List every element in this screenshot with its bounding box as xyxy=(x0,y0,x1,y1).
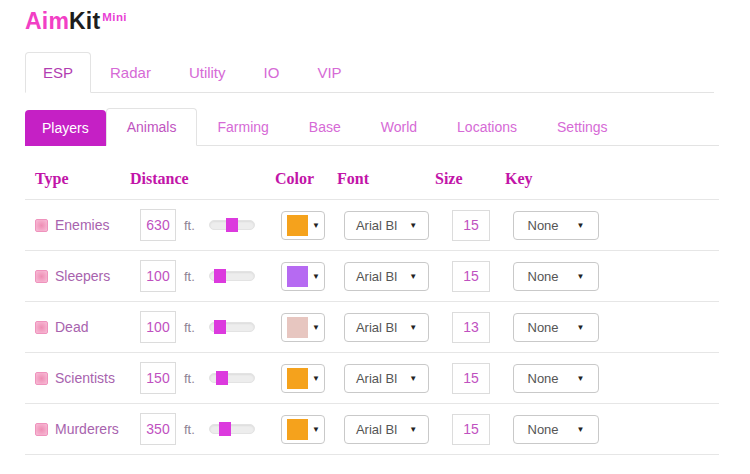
key-value: None xyxy=(528,218,559,233)
key-select[interactable]: None ▼ xyxy=(513,364,599,393)
color-swatch xyxy=(287,215,308,236)
distance-slider[interactable] xyxy=(209,271,255,281)
chevron-down-icon: ▼ xyxy=(409,221,417,230)
color-select[interactable]: ▼ xyxy=(281,262,325,291)
logo-aim: Aim xyxy=(25,8,69,34)
color-select[interactable]: ▼ xyxy=(281,211,325,240)
slider-handle[interactable] xyxy=(226,218,238,232)
unit-label: ft. xyxy=(184,371,195,386)
color-swatch xyxy=(287,368,308,389)
color-swatch xyxy=(287,266,308,287)
table-row: Sleepers ft. ▼ Arial Bl ▼ None ▼ xyxy=(25,251,719,302)
font-value: Arial Bl xyxy=(356,371,397,386)
distance-input[interactable] xyxy=(140,260,176,292)
enemies-checkbox[interactable] xyxy=(35,219,48,232)
color-select[interactable]: ▼ xyxy=(281,364,325,393)
subtab-settings[interactable]: Settings xyxy=(537,109,628,145)
distance-input[interactable] xyxy=(140,311,176,343)
slider-handle[interactable] xyxy=(219,422,231,436)
header-size: Size xyxy=(435,170,505,188)
color-select[interactable]: ▼ xyxy=(281,415,325,444)
font-select[interactable]: Arial Bl ▼ xyxy=(344,211,429,240)
table-row: Enemies ft. ▼ Arial Bl ▼ None ▼ xyxy=(25,200,719,251)
font-value: Arial Bl xyxy=(356,422,397,437)
key-select[interactable]: None ▼ xyxy=(513,415,599,444)
table-header-row: Type Distance Color Font Size Key xyxy=(25,158,719,200)
subtab-farming[interactable]: Farming xyxy=(197,109,288,145)
unit-label: ft. xyxy=(184,422,195,437)
size-input[interactable] xyxy=(452,414,490,445)
color-swatch xyxy=(287,419,308,440)
unit-label: ft. xyxy=(184,218,195,233)
tab-vip[interactable]: VIP xyxy=(298,53,360,92)
logo-kit: Kit xyxy=(69,8,100,34)
size-input[interactable] xyxy=(452,312,490,343)
row-label: Sleepers xyxy=(55,268,110,284)
header-font: Font xyxy=(335,170,435,188)
font-select[interactable]: Arial Bl ▼ xyxy=(344,313,429,342)
distance-input[interactable] xyxy=(140,413,176,445)
distance-input[interactable] xyxy=(140,362,176,394)
key-value: None xyxy=(528,320,559,335)
key-value: None xyxy=(528,269,559,284)
key-select[interactable]: None ▼ xyxy=(513,211,599,240)
key-select[interactable]: None ▼ xyxy=(513,262,599,291)
unit-label: ft. xyxy=(184,269,195,284)
subtab-animals[interactable]: Animals xyxy=(106,108,198,146)
slider-handle[interactable] xyxy=(214,320,226,334)
distance-input[interactable] xyxy=(140,209,176,241)
sleepers-checkbox[interactable] xyxy=(35,270,48,283)
row-label: Murderers xyxy=(55,421,119,437)
app-window: AimKitMini ESP Radar Utility IO VIP Play… xyxy=(0,0,750,474)
distance-slider[interactable] xyxy=(209,322,255,332)
table-row: Murderers ft. ▼ Arial Bl ▼ None ▼ xyxy=(25,404,719,455)
chevron-down-icon: ▼ xyxy=(409,323,417,332)
header-type: Type xyxy=(25,170,130,188)
chevron-down-icon: ▼ xyxy=(312,425,320,434)
subtab-base[interactable]: Base xyxy=(289,109,361,145)
slider-handle[interactable] xyxy=(214,269,226,283)
font-select[interactable]: Arial Bl ▼ xyxy=(344,262,429,291)
app-logo: AimKitMini xyxy=(25,0,750,35)
unit-label: ft. xyxy=(184,320,195,335)
chevron-down-icon: ▼ xyxy=(577,221,585,230)
chevron-down-icon: ▼ xyxy=(312,323,320,332)
chevron-down-icon: ▼ xyxy=(409,272,417,281)
font-value: Arial Bl xyxy=(356,320,397,335)
font-value: Arial Bl xyxy=(356,218,397,233)
tab-io[interactable]: IO xyxy=(245,53,299,92)
logo-mini: Mini xyxy=(102,11,127,23)
distance-slider[interactable] xyxy=(209,424,255,434)
distance-slider[interactable] xyxy=(209,220,255,230)
murderers-checkbox[interactable] xyxy=(35,423,48,436)
key-value: None xyxy=(528,371,559,386)
key-value: None xyxy=(528,422,559,437)
tab-utility[interactable]: Utility xyxy=(170,53,245,92)
key-select[interactable]: None ▼ xyxy=(513,313,599,342)
chevron-down-icon: ▼ xyxy=(312,272,320,281)
tab-esp[interactable]: ESP xyxy=(25,52,91,93)
subtab-locations[interactable]: Locations xyxy=(437,109,537,145)
font-value: Arial Bl xyxy=(356,269,397,284)
main-tabs: ESP Radar Utility IO VIP xyxy=(25,52,714,93)
distance-slider[interactable] xyxy=(209,373,255,383)
subtab-world[interactable]: World xyxy=(361,109,437,145)
font-select[interactable]: Arial Bl ▼ xyxy=(344,415,429,444)
subtab-players[interactable]: Players xyxy=(25,110,106,146)
chevron-down-icon: ▼ xyxy=(577,272,585,281)
row-label: Enemies xyxy=(55,217,109,233)
dead-checkbox[interactable] xyxy=(35,321,48,334)
scientists-checkbox[interactable] xyxy=(35,372,48,385)
table-row: Scientists ft. ▼ Arial Bl ▼ None ▼ xyxy=(25,353,719,404)
chevron-down-icon: ▼ xyxy=(409,374,417,383)
color-select[interactable]: ▼ xyxy=(281,313,325,342)
font-select[interactable]: Arial Bl ▼ xyxy=(344,364,429,393)
header-key: Key xyxy=(505,170,635,188)
table-row: Dead ft. ▼ Arial Bl ▼ None ▼ xyxy=(25,302,719,353)
size-input[interactable] xyxy=(452,261,490,292)
size-input[interactable] xyxy=(452,363,490,394)
tab-radar[interactable]: Radar xyxy=(91,53,170,92)
slider-handle[interactable] xyxy=(216,371,228,385)
size-input[interactable] xyxy=(452,210,490,241)
chevron-down-icon: ▼ xyxy=(409,425,417,434)
